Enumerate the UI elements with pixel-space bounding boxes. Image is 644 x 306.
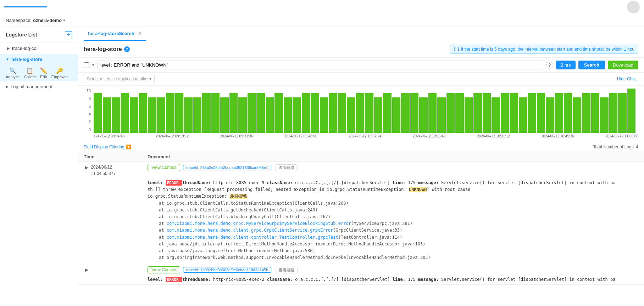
log-row-2-expand-button[interactable]: ▶	[84, 267, 89, 273]
chart-bar-59[interactable]	[627, 89, 636, 133]
chart-bar-7[interactable]	[157, 97, 166, 133]
chart-bar-55[interactable]	[591, 93, 600, 133]
chart-bar-20[interactable]	[274, 93, 283, 133]
chart-bar-48[interactable]	[528, 93, 536, 133]
sidebar-item-hera-log-store[interactable]: ▼ hera-log-store	[0, 54, 78, 65]
chart-bar-46[interactable]	[510, 93, 518, 133]
service-select[interactable]: Select a service application alias ▾	[84, 75, 155, 83]
chart-bar-24[interactable]	[311, 93, 319, 133]
chart-bar-58[interactable]	[618, 93, 627, 133]
time-2hrs-button[interactable]: 2 hrs	[556, 61, 576, 69]
chart-bar-36[interactable]	[419, 97, 428, 133]
chart-bar-1[interactable]	[103, 97, 111, 133]
chart-bar-30[interactable]	[365, 93, 373, 133]
chart-bar-41[interactable]	[465, 97, 473, 133]
chart-bar-43[interactable]	[483, 93, 491, 133]
chart-bar-15[interactable]	[229, 93, 238, 133]
log-row-1-expand-button[interactable]: ▶	[84, 165, 89, 170]
chart-bar-4[interactable]	[130, 97, 138, 133]
chart-bar-39[interactable]	[446, 93, 455, 133]
chart-bar-2[interactable]	[112, 97, 120, 133]
chart-bar-9[interactable]	[175, 93, 184, 133]
sidebar-action-edit[interactable]: ✏️ Edit	[40, 67, 47, 79]
chart-bar-19[interactable]	[266, 97, 274, 133]
chart-bar-5[interactable]	[139, 93, 148, 133]
chart-bar-12[interactable]	[202, 93, 211, 133]
chart-bar-16[interactable]	[238, 97, 247, 133]
namespace-selector[interactable]: ozhera-demo ▾	[33, 18, 65, 23]
tab-hera-log-store-search[interactable]: hera-log-storeSearch ✕	[84, 27, 146, 41]
chart-bar-21[interactable]	[284, 97, 292, 133]
sidebar-add-button[interactable]: +	[65, 31, 72, 38]
sidebar-action-collect[interactable]: 📋 Collect	[24, 67, 36, 79]
chart-bar-49[interactable]	[537, 93, 545, 133]
search-select-all-checkbox[interactable]	[84, 62, 89, 68]
view-chain-link-2[interactable]: 查看链路	[276, 267, 298, 273]
chart-bar-35[interactable]	[410, 93, 419, 133]
chart-bar-33[interactable]	[392, 97, 401, 133]
chart-bar-18[interactable]	[256, 93, 265, 133]
chart-bar-50[interactable]	[546, 97, 554, 133]
chart-bar-0[interactable]	[94, 93, 102, 133]
view-context-button-1[interactable]: View Context	[148, 164, 180, 171]
chart-bar-53[interactable]	[573, 97, 582, 133]
chart-bar-54[interactable]	[582, 93, 590, 133]
trace-id-badge-1[interactable]: traceId: 815a2c02bfa2bddaa3531639cad065e…	[183, 165, 271, 170]
chart-bar-32[interactable]	[383, 93, 392, 133]
chart-bar-42[interactable]	[473, 93, 482, 133]
chart-bar-11[interactable]	[193, 97, 202, 133]
log-val-class-2: o.a.c.c.C.[.[.[/].[dispatcherServlet]	[295, 277, 393, 282]
chart-bar-29[interactable]	[356, 93, 365, 133]
chart-bar-17[interactable]	[248, 93, 256, 133]
user-avatar[interactable]	[627, 1, 640, 13]
chart-bar-14[interactable]	[220, 97, 229, 133]
page-help-icon[interactable]: ?	[124, 46, 130, 52]
view-chain-link-1[interactable]: 查看链路	[276, 164, 298, 171]
field-filter-row: Field Display Filtering 🔽 Total Number o…	[78, 142, 644, 152]
chart-bar-25[interactable]	[320, 97, 328, 133]
y-label-8: 8	[89, 96, 91, 101]
chart-bar-10[interactable]	[184, 97, 193, 133]
chart-bar-26[interactable]	[329, 93, 337, 133]
chart-bar-51[interactable]	[555, 93, 564, 133]
chart-bar-34[interactable]	[401, 93, 410, 133]
search-dropdown-arrow[interactable]: ▾	[92, 63, 94, 67]
log-row-2-header: ▶ View Context traceId: 1b992bbc0b503ef9…	[78, 264, 644, 284]
chart-bar-52[interactable]	[564, 93, 572, 133]
sidebar-action-empower[interactable]: 🔑 Empower	[51, 67, 68, 79]
chart-bar-22[interactable]	[293, 97, 301, 133]
view-context-button-2[interactable]: View Context	[148, 266, 180, 273]
chart-bar-44[interactable]	[492, 97, 500, 133]
chart-bar-37[interactable]	[428, 93, 437, 133]
chart-bar-47[interactable]	[519, 97, 527, 133]
col-time-header: Time	[84, 154, 148, 159]
field-display-filtering-link[interactable]: Field Display Filtering 🔽	[84, 144, 131, 149]
chart-bar-57[interactable]	[609, 93, 618, 133]
sidebar-logtail-management[interactable]: ▶ Logtail management	[0, 81, 78, 92]
download-button[interactable]: Download	[608, 61, 638, 69]
chart-bar-38[interactable]	[437, 97, 446, 133]
tab-close-icon[interactable]: ✕	[138, 31, 141, 36]
chart-bar-45[interactable]	[501, 93, 509, 133]
chart-bar-6[interactable]	[148, 97, 156, 133]
chart-bar-27[interactable]	[338, 93, 346, 133]
chart-bar-31[interactable]	[374, 97, 383, 133]
collect-icon: 📋	[26, 67, 33, 74]
x-label-1: 2024-06-12 09:19:12	[156, 134, 189, 138]
chart-bar-28[interactable]	[347, 97, 355, 133]
log-row-2-badges: View Context traceId: 1b992bbc0b503ef9e0…	[148, 266, 638, 275]
chart-bar-56[interactable]	[600, 97, 609, 133]
chart-bar-3[interactable]	[121, 93, 129, 133]
chart-bar-13[interactable]	[211, 93, 220, 133]
log-row-2-doc-cell: View Context traceId: 1b992bbc0b503ef9e0…	[148, 266, 638, 283]
search-button[interactable]: Search	[578, 61, 605, 69]
chart-bar-8[interactable]	[166, 93, 174, 133]
chart-bar-40[interactable]	[455, 93, 464, 133]
trace-id-badge-2[interactable]: traceId: 1b992bbc0b503ef9e0cbda11883a145…	[183, 267, 271, 273]
hide-chart-link[interactable]: Hide Cha...	[617, 76, 638, 81]
sidebar-item-trace-log-coll[interactable]: ▶ trace-log-coll	[0, 43, 78, 54]
chart-bar-23[interactable]	[302, 93, 310, 133]
search-help-button[interactable]: ?	[546, 62, 553, 69]
search-input[interactable]	[100, 62, 540, 68]
sidebar-action-analyze[interactable]: 🔍 Analyze	[6, 67, 20, 79]
